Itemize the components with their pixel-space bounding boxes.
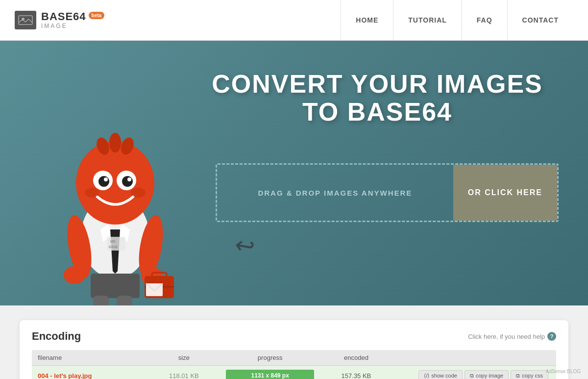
col-actions: [382, 350, 556, 366]
encoding-header: Encoding Click here, if you need help ?: [32, 330, 556, 343]
col-filename: filename: [32, 350, 159, 366]
action-copy-css[interactable]: ⧉ copy css: [511, 370, 548, 379]
action-icon: ⟨/⟩: [424, 373, 429, 379]
nav-contact[interactable]: CONTACT: [507, 0, 573, 41]
svg-point-3: [76, 141, 154, 225]
mascot: MR. BASE: [39, 85, 186, 305]
cell-encoded: 157.35 KB: [331, 366, 381, 379]
logo-text: BASE64 IMAGE: [41, 11, 86, 29]
col-encoded: encoded: [331, 350, 381, 366]
help-link[interactable]: Click here, if you need help ?: [468, 332, 556, 341]
help-icon: ?: [547, 332, 556, 341]
logo-brand: BASE64: [41, 11, 86, 23]
svg-rect-22: [91, 274, 140, 298]
col-progress: progress: [209, 350, 331, 366]
svg-point-20: [64, 266, 85, 284]
header: BASE64 IMAGE beta HOME TUTORIAL FAQ CONT…: [0, 0, 588, 41]
progress-bar-success: 1131 x 849 px: [226, 370, 314, 379]
nav-faq[interactable]: FAQ: [462, 0, 507, 41]
hero-section: MR. BASE CONVERT YOUR IMAGES TO BASE64 D…: [0, 41, 588, 305]
action-show-code[interactable]: ⟨/⟩ show code: [418, 370, 463, 379]
content-section: Encoding Click here, if you need help ? …: [0, 305, 588, 379]
encoding-box: Encoding Click here, if you need help ? …: [20, 320, 568, 379]
file-table: filename size progress encoded 004 - let…: [32, 350, 556, 379]
action-icon: ⧉: [470, 373, 474, 379]
table-header-row: filename size progress encoded: [32, 350, 556, 366]
svg-point-12: [127, 177, 131, 181]
nav-home[interactable]: HOME: [341, 0, 393, 41]
help-link-text: Click here, if you need help: [468, 333, 545, 340]
cell-size: 118.01 KB: [159, 366, 209, 379]
svg-rect-23: [93, 296, 109, 305]
encoding-title: Encoding: [32, 330, 81, 343]
logo-sub: IMAGE: [41, 23, 86, 29]
svg-point-9: [98, 176, 109, 187]
nav-tutorial[interactable]: TUTORIAL: [393, 0, 462, 41]
svg-point-5: [109, 133, 121, 152]
hero-title: CONVERT YOUR IMAGES TO BASE64: [206, 70, 549, 126]
beta-badge: beta: [89, 12, 105, 19]
drop-zone[interactable]: DRAG & DROP IMAGES ANYWHERE OR CLICK HER…: [216, 163, 559, 222]
footer-watermark: AdSense BLOG: [546, 369, 581, 374]
svg-text:BASE: BASE: [109, 245, 118, 249]
svg-point-13: [85, 188, 99, 198]
cell-progress: 1131 x 849 px: [209, 366, 331, 379]
logo-area: BASE64 IMAGE beta: [15, 11, 104, 29]
cell-actions: ⟨/⟩ show code⧉ copy image⧉ copy css: [382, 366, 556, 379]
click-here-button[interactable]: OR CLICK HERE: [453, 165, 557, 221]
main-nav: HOME TUTORIAL FAQ CONTACT: [341, 0, 573, 41]
action-copy-image[interactable]: ⧉ copy image: [465, 370, 509, 379]
table-row: 004 - let's play.jpg118.01 KB1131 x 849 …: [32, 366, 556, 379]
arrow-decoration: ↩: [233, 230, 257, 261]
drop-text: DRAG & DROP IMAGES ANYWHERE: [217, 189, 453, 197]
logo-icon: [15, 11, 36, 29]
svg-point-11: [104, 177, 108, 181]
cell-filename: 004 - let's play.jpg: [32, 366, 159, 379]
svg-point-14: [131, 188, 146, 198]
col-size: size: [159, 350, 209, 366]
hero-heading: CONVERT YOUR IMAGES TO BASE64: [206, 70, 549, 126]
svg-rect-0: [19, 16, 32, 25]
svg-point-10: [122, 176, 133, 187]
svg-rect-24: [117, 296, 132, 305]
svg-text:MR.: MR.: [110, 240, 117, 243]
action-icon: ⧉: [516, 373, 520, 379]
